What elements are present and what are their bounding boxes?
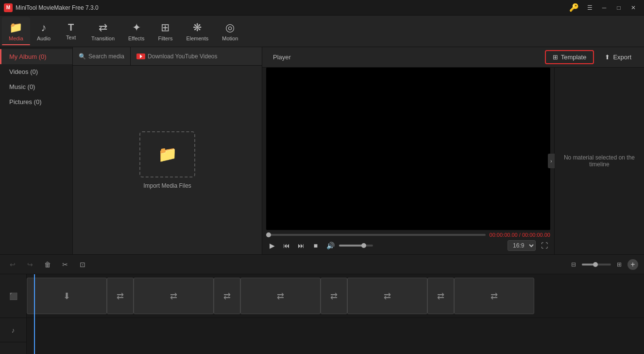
menu-btn[interactable]: ☰ (583, 2, 596, 13)
toolbar-text[interactable]: T Text (57, 17, 85, 45)
props-collapse-btn[interactable]: › (548, 154, 555, 168)
track-segment-t4[interactable]: ⇄ (427, 278, 454, 314)
video-track-label[interactable]: ⬛ (0, 274, 26, 318)
aspect-ratio-select[interactable]: 16:9 9:16 1:1 4:3 (508, 240, 536, 251)
zoom-in-icon: ⊞ (614, 259, 625, 270)
redo-btn[interactable]: ↪ (23, 258, 37, 271)
track-labels: ⬛ ♪ (0, 274, 27, 354)
track-segment-c1[interactable]: ⇄ (134, 278, 214, 314)
import-media-label: Import Media Files (143, 182, 191, 189)
track-segment-c4[interactable]: ⇄ (454, 278, 534, 314)
audio-track (27, 318, 644, 342)
sidebar-item-pictures[interactable]: Pictures (0) (0, 94, 72, 109)
track-segment-t1[interactable]: ⇄ (107, 278, 134, 314)
progress-thumb[interactable] (266, 232, 271, 237)
player-tab[interactable]: Player (268, 51, 296, 64)
zoom-out-icon: ⊟ (568, 259, 579, 270)
timeline-cursor (34, 274, 35, 354)
stop-btn[interactable]: ■ (310, 240, 322, 251)
delete-btn[interactable]: 🗑 (41, 258, 54, 271)
filters-label: Filters (158, 35, 172, 41)
crop-btn[interactable]: ⊡ (76, 258, 89, 271)
player-header: Player ⊞ Template ⬆ Export (262, 47, 644, 68)
sidebar-item-music[interactable]: Music (0) (0, 79, 72, 94)
properties-panel: › No material selected on the timeline (554, 68, 644, 254)
maximize-btn[interactable]: □ (612, 2, 626, 13)
progress-track[interactable] (266, 234, 486, 236)
close-btn[interactable]: ✕ (627, 2, 640, 13)
search-media-btn[interactable]: 🔍 Search media (73, 47, 131, 65)
toolbar-media[interactable]: 📁 Media (2, 17, 30, 45)
toolbar-audio[interactable]: ♪ Audio (30, 17, 57, 45)
transition-seg-icon-4: ⇄ (437, 291, 444, 301)
play-btn[interactable]: ▶ (266, 240, 278, 251)
toolbar-motion[interactable]: ◎ Motion (215, 17, 245, 45)
audio-track-label[interactable]: ♪ (0, 318, 26, 342)
template-label: Template (561, 53, 587, 61)
toolbar-filters[interactable]: ⊞ Filters (151, 17, 179, 45)
clip-seg-icon-1: ⇄ (170, 291, 177, 301)
export-button[interactable]: ⬆ Export (598, 51, 638, 63)
toolbar-transition[interactable]: ⇄ Transition (85, 17, 121, 45)
elements-icon: ❋ (193, 21, 202, 34)
volume-btn[interactable]: 🔊 (324, 240, 336, 251)
download-youtube-label: Download YouTube Videos (148, 53, 217, 60)
template-button[interactable]: ⊞ Template (545, 50, 594, 64)
undo-btn[interactable]: ↩ (6, 258, 19, 271)
center-right: Player ⊞ Template ⬆ Export (262, 47, 644, 254)
toolbar-effects[interactable]: ✦ Effects (121, 17, 151, 45)
sidebar-item-videos[interactable]: Videos (0) (0, 64, 72, 79)
no-material-text: No material selected on the timeline (559, 154, 639, 168)
media-label: Media (9, 35, 23, 41)
video-track: ⬇ ⇄ ⇄ ⇄ (27, 274, 644, 318)
transition-label: Transition (91, 35, 115, 41)
youtube-icon (136, 53, 145, 59)
win-controls: ☰ ─ □ ✕ (583, 2, 640, 13)
fullscreen-btn[interactable]: ⛶ (539, 240, 550, 251)
clip-seg-icon-2: ⇄ (277, 291, 284, 301)
tracks-area: ⬇ ⇄ ⇄ ⇄ (27, 274, 644, 354)
prev-frame-btn[interactable]: ⏮ (281, 240, 292, 251)
toolbar-elements[interactable]: ❋ Elements (179, 17, 215, 45)
motion-label: Motion (222, 35, 238, 41)
track-segment-t2[interactable]: ⇄ (214, 278, 240, 314)
toolbar: 📁 Media ♪ Audio T Text ⇄ Transition ✦ Ef… (0, 16, 644, 47)
audio-track-icon: ♪ (12, 326, 15, 334)
player-area: Player ⊞ Template ⬆ Export (262, 47, 644, 254)
sidebar-nav: My Album (0) Videos (0) Music (0) Pictur… (0, 47, 73, 254)
motion-icon: ◎ (225, 21, 235, 34)
track-segment-t3[interactable]: ⇄ (321, 278, 347, 314)
text-label: Text (66, 35, 76, 40)
track-segment-main[interactable]: ⬇ (27, 278, 107, 314)
search-media-label: Search media (88, 53, 124, 60)
download-youtube-btn[interactable]: Download YouTube Videos (131, 47, 223, 65)
active-bar (2, 44, 30, 45)
zoom-slider[interactable] (582, 264, 611, 266)
key-icon[interactable]: 🔑 (569, 3, 579, 12)
app-icon: M (4, 3, 13, 12)
zoom-add-btn[interactable]: + (627, 259, 638, 270)
filters-icon: ⊞ (161, 21, 169, 34)
cut-btn[interactable]: ✂ (58, 258, 72, 271)
bottom-section: ↩ ↪ 🗑 ✂ ⊡ ⊟ ⊞ + ⬛ (0, 254, 644, 354)
transition-icon: ⇄ (99, 21, 107, 34)
volume-fill (339, 245, 363, 247)
track-segment-c2[interactable]: ⇄ (240, 278, 321, 314)
audio-icon: ♪ (41, 21, 47, 34)
sidebar-item-my-album[interactable]: My Album (0) (0, 49, 72, 64)
media-area: 📁 Import Media Files (73, 66, 262, 254)
player-progress: 00:00:00.00 / 00:00:00.00 (262, 232, 554, 238)
effects-label: Effects (128, 35, 144, 41)
volume-thumb[interactable] (361, 243, 366, 248)
elements-label: Elements (186, 35, 208, 41)
current-time: 00:00:00.00 (490, 232, 518, 238)
import-media-box[interactable]: 📁 (139, 131, 195, 177)
zoom-thumb[interactable] (593, 262, 598, 267)
audio-label: Audio (37, 35, 51, 41)
clip-seg-icon-3: ⇄ (384, 291, 391, 301)
track-segment-c3[interactable]: ⇄ (347, 278, 427, 314)
next-frame-btn[interactable]: ⏭ (295, 240, 307, 251)
minimize-btn[interactable]: ─ (597, 2, 611, 13)
volume-slider[interactable] (339, 245, 373, 247)
zoom-controls: ⊟ ⊞ + (568, 259, 638, 270)
